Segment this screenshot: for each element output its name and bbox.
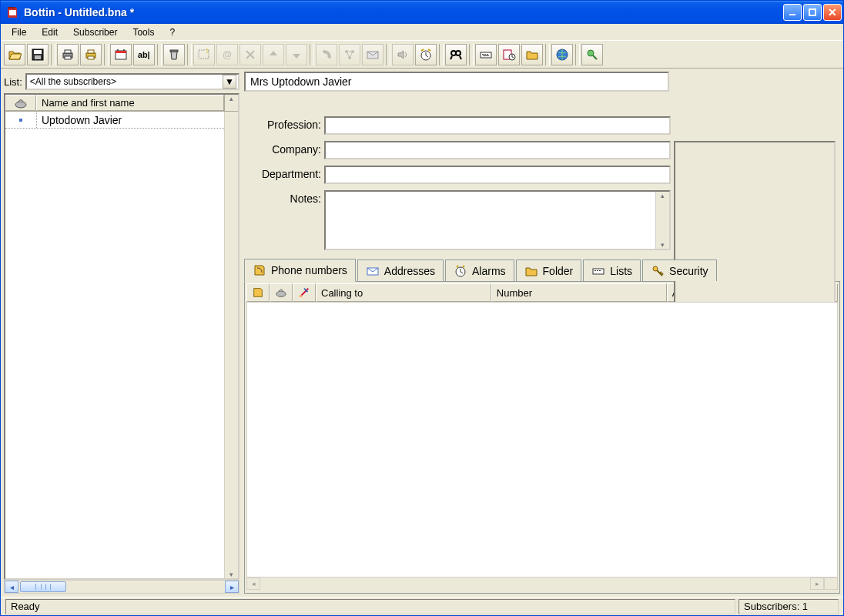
scroll-left-icon[interactable]: ◂	[246, 578, 260, 590]
schedule-icon[interactable]	[498, 44, 520, 65]
print-preview-icon[interactable]	[80, 44, 102, 65]
profession-label: Profession:	[244, 116, 321, 131]
find-icon[interactable]	[445, 44, 467, 65]
list-header-name[interactable]: Name and first name	[36, 95, 224, 111]
scroll-right-icon[interactable]: ▸	[810, 578, 824, 590]
menu-help[interactable]: ?	[162, 25, 183, 39]
tab-security[interactable]: Security	[642, 259, 717, 281]
list-header-icon-col[interactable]	[5, 95, 36, 111]
trash-icon[interactable]	[163, 44, 185, 65]
globe-icon[interactable]	[551, 44, 573, 65]
notes-textarea[interactable]: ▴▾	[324, 190, 671, 250]
statusbar: Ready Subscribers: 1	[1, 597, 843, 615]
tab-lists[interactable]: Lists	[583, 259, 641, 281]
contact-list: Name and first name ▴ Uptodown Javier ▾	[4, 93, 239, 580]
scroll-up-icon[interactable]: ▴	[661, 192, 665, 199]
tab-folder[interactable]: Folder	[516, 259, 582, 281]
chevron-down-icon[interactable]: ▼	[223, 75, 236, 89]
mail-icon[interactable]	[362, 44, 383, 65]
phone-table-body	[246, 302, 838, 578]
up-icon[interactable]	[263, 44, 284, 65]
key-icon	[651, 264, 665, 278]
phone-header-number[interactable]: Number	[491, 283, 667, 302]
list-item-bullet-icon	[5, 117, 36, 123]
phone-book-icon	[253, 263, 266, 277]
close-button[interactable]: ✕	[823, 4, 842, 21]
tab-phone[interactable]: Phone numbers	[244, 259, 356, 282]
svg-rect-8	[65, 56, 71, 59]
link-icon[interactable]: @	[216, 44, 238, 65]
scroll-thumb[interactable]	[20, 581, 66, 592]
company-label: Company:	[244, 141, 321, 156]
content-area: List: <All the subscribers> ▼ Name and f…	[1, 69, 843, 597]
new-select-icon[interactable]	[193, 44, 215, 65]
scroll-left-icon[interactable]: ◂	[5, 581, 18, 593]
profession-input[interactable]	[324, 116, 671, 135]
department-label: Department:	[244, 166, 321, 180]
svg-rect-5	[35, 55, 41, 59]
folder-icon[interactable]	[521, 44, 543, 65]
tab-addresses[interactable]: Addresses	[357, 259, 444, 281]
network-icon[interactable]	[339, 44, 360, 65]
tab-label: Phone numbers	[271, 264, 347, 276]
svg-rect-4	[34, 50, 42, 54]
delete-icon[interactable]	[239, 44, 261, 65]
menubar: File Edit Subscriber Tools ?	[1, 24, 843, 41]
scroll-down-icon[interactable]: ▾	[661, 241, 665, 249]
svg-rect-11	[88, 56, 94, 59]
minimize-button[interactable]	[783, 4, 802, 21]
phone-icon[interactable]	[316, 44, 337, 65]
svg-rect-0	[9, 10, 16, 15]
svg-point-46	[300, 295, 303, 298]
phone-col-icon2[interactable]	[270, 283, 293, 302]
open-icon[interactable]	[4, 44, 25, 65]
tab-label: Folder	[543, 265, 574, 277]
svg-rect-30	[487, 54, 488, 55]
down-icon[interactable]	[286, 44, 307, 65]
pin-icon[interactable]	[581, 44, 603, 65]
keyboard-icon[interactable]	[475, 44, 497, 65]
list-item[interactable]: Uptodown Javier	[5, 112, 224, 129]
menu-edit[interactable]: Edit	[34, 25, 65, 39]
svg-point-26	[456, 51, 461, 55]
list-select[interactable]: <All the subscribers> ▼	[25, 73, 239, 90]
keyboard-tab-icon	[591, 264, 605, 278]
alarm-clock-icon[interactable]	[415, 44, 437, 65]
scroll-up-icon[interactable]: ▴	[224, 95, 238, 111]
tab-label: Alarms	[472, 265, 506, 277]
app-icon	[5, 5, 19, 19]
subscriber-name-value: Mrs Uptodown Javier	[250, 75, 352, 88]
svg-rect-17	[170, 50, 178, 52]
maximize-button[interactable]	[803, 4, 822, 21]
phone-hscroll[interactable]: ◂ ▸	[246, 578, 838, 591]
scroll-right-icon[interactable]: ▸	[225, 581, 239, 593]
menu-file[interactable]: File	[4, 25, 34, 39]
department-input[interactable]	[324, 166, 671, 184]
phone-col-icon3[interactable]	[293, 283, 316, 302]
speaker-icon[interactable]	[392, 44, 414, 65]
svg-rect-31	[483, 55, 489, 56]
svg-rect-40	[593, 269, 604, 274]
list-hscroll[interactable]: ◂ ▸	[4, 580, 239, 594]
calendar-icon[interactable]	[110, 44, 132, 65]
rename-icon[interactable]: ab|	[133, 44, 155, 65]
company-input[interactable]	[324, 141, 671, 159]
titlebar: Bottin - Untitled.bna * ✕	[1, 1, 843, 24]
tabs-area: Phone numbers Addresses Alarms Folder	[244, 258, 840, 594]
svg-point-45	[276, 291, 286, 296]
print-icon[interactable]	[57, 44, 79, 65]
subscriber-name-field[interactable]: Mrs Uptodown Javier	[244, 72, 669, 92]
clock-icon	[454, 264, 467, 278]
svg-rect-10	[88, 50, 94, 53]
menu-subscriber[interactable]: Subscriber	[65, 25, 125, 39]
tab-alarms[interactable]: Alarms	[445, 259, 514, 281]
save-icon[interactable]	[27, 44, 49, 65]
left-panel: List: <All the subscribers> ▼ Name and f…	[4, 72, 239, 594]
phone-header-calling[interactable]: Calling to	[316, 283, 491, 302]
list-label: List:	[4, 76, 22, 88]
scroll-down-icon[interactable]: ▾	[224, 112, 238, 578]
svg-point-35	[588, 50, 594, 56]
menu-tools[interactable]: Tools	[125, 25, 162, 39]
phone-col-icon1[interactable]	[246, 283, 270, 302]
status-count: Subscribers: 1	[738, 599, 839, 614]
